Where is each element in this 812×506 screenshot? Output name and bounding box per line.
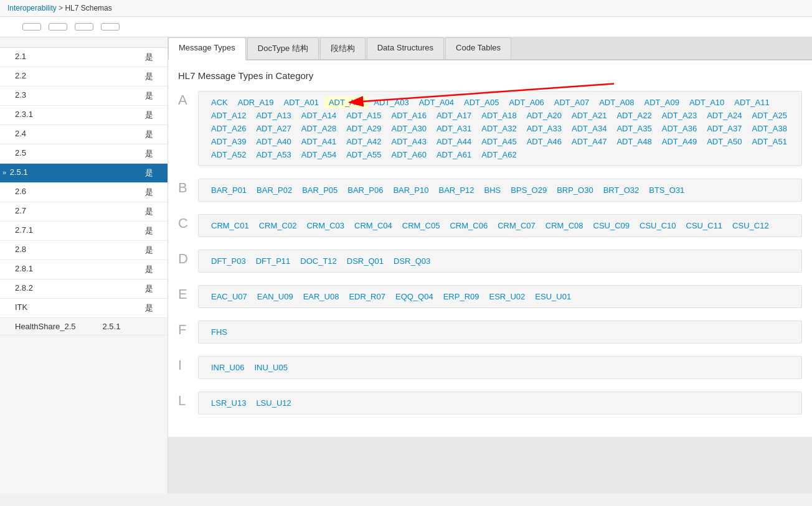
- message-type-link[interactable]: EDR_R07: [344, 291, 390, 302]
- message-type-link[interactable]: FHS: [206, 326, 232, 338]
- message-type-link[interactable]: ADT_A51: [747, 136, 792, 148]
- message-type-link[interactable]: CSU_C09: [588, 220, 635, 232]
- message-type-link[interactable]: CRM_C05: [397, 220, 445, 232]
- message-type-link[interactable]: ADT_A55: [341, 149, 386, 161]
- message-type-link[interactable]: ADT_A40: [251, 136, 296, 148]
- message-type-link[interactable]: EAR_U08: [298, 291, 344, 302]
- message-type-link[interactable]: DFT_P11: [251, 255, 296, 267]
- message-type-link[interactable]: ADT_A17: [432, 110, 476, 121]
- message-type-link[interactable]: ADT_A34: [567, 123, 611, 134]
- message-type-link[interactable]: ADT_A36: [657, 123, 702, 134]
- message-type-link[interactable]: ADT_A02: [324, 96, 369, 108]
- message-type-link[interactable]: ADT_A61: [432, 149, 476, 161]
- sidebar-row[interactable]: 2.8.1是: [0, 260, 168, 279]
- message-type-link[interactable]: ADT_A30: [387, 123, 432, 134]
- export-button[interactable]: [75, 23, 93, 30]
- message-type-link[interactable]: CRM_C02: [254, 220, 302, 232]
- message-type-link[interactable]: BPS_O29: [506, 184, 552, 196]
- message-type-link[interactable]: ADT_A38: [747, 123, 792, 134]
- message-type-link[interactable]: ADT_A15: [341, 110, 386, 121]
- sidebar-row[interactable]: » 2.5.1是: [0, 164, 168, 183]
- message-type-link[interactable]: ADT_A01: [279, 96, 324, 108]
- message-type-link[interactable]: BRP_O30: [552, 184, 598, 196]
- message-type-link[interactable]: BAR_P10: [388, 184, 433, 196]
- sidebar-row[interactable]: 2.1是: [0, 48, 168, 67]
- message-type-link[interactable]: ADT_A45: [476, 136, 521, 148]
- message-type-link[interactable]: BHS: [479, 184, 506, 196]
- message-type-link[interactable]: ADT_A28: [296, 123, 341, 134]
- message-type-link[interactable]: BTS_O31: [644, 184, 689, 196]
- message-type-link[interactable]: ESR_U02: [484, 291, 530, 302]
- message-type-link[interactable]: ERP_R09: [438, 291, 484, 302]
- message-type-link[interactable]: CRM_C01: [206, 220, 254, 232]
- message-type-link[interactable]: LSU_U12: [251, 397, 296, 409]
- message-type-link[interactable]: ADT_A08: [594, 96, 639, 108]
- message-type-link[interactable]: ADT_A12: [206, 110, 251, 121]
- message-type-link[interactable]: CRM_C04: [349, 220, 397, 232]
- message-type-link[interactable]: CSU_C11: [681, 220, 728, 232]
- message-type-link[interactable]: ADT_A43: [387, 136, 432, 148]
- message-type-link[interactable]: ADT_A62: [476, 149, 521, 161]
- message-type-link[interactable]: ADT_A39: [206, 136, 251, 148]
- message-type-link[interactable]: ADT_A29: [341, 123, 386, 134]
- message-type-link[interactable]: EAC_U07: [206, 291, 252, 302]
- message-type-link[interactable]: ADT_A54: [296, 149, 341, 161]
- message-type-link[interactable]: ADT_A31: [432, 123, 476, 134]
- message-type-link[interactable]: ADT_A14: [296, 110, 341, 121]
- message-type-link[interactable]: ADT_A52: [206, 149, 251, 161]
- message-type-link[interactable]: BAR_P02: [252, 184, 297, 196]
- message-type-link[interactable]: ADT_A47: [567, 136, 611, 148]
- message-type-link[interactable]: ADT_A10: [684, 96, 729, 108]
- tab-code-tables[interactable]: Code Tables: [445, 37, 511, 59]
- message-type-link[interactable]: ADT_A26: [206, 123, 251, 134]
- message-type-link[interactable]: ADR_A19: [233, 96, 279, 108]
- message-type-link[interactable]: ADT_A13: [251, 110, 296, 121]
- tab-data-structures[interactable]: Data Structures: [367, 37, 444, 59]
- message-type-link[interactable]: DOC_T12: [295, 255, 342, 267]
- new-button[interactable]: [22, 23, 41, 30]
- message-type-link[interactable]: ADT_A35: [611, 123, 656, 134]
- sidebar-row[interactable]: 2.7是: [0, 202, 168, 222]
- message-type-link[interactable]: CRM_C03: [301, 220, 349, 232]
- message-type-link[interactable]: EAN_U09: [252, 291, 298, 302]
- sidebar-row[interactable]: 2.2是: [0, 67, 168, 87]
- sidebar-row[interactable]: 2.6是: [0, 183, 168, 202]
- message-type-link[interactable]: CSU_C10: [635, 220, 681, 232]
- message-type-link[interactable]: DFT_P03: [206, 255, 251, 267]
- sidebar-row[interactable]: 2.4是: [0, 125, 168, 144]
- message-type-link[interactable]: BAR_P12: [433, 184, 479, 196]
- sidebar-row[interactable]: 2.8.2是: [0, 279, 168, 299]
- import-button[interactable]: [49, 23, 67, 30]
- message-type-link[interactable]: DSR_Q03: [389, 255, 435, 267]
- message-type-link[interactable]: ADT_A32: [476, 123, 521, 134]
- message-type-link[interactable]: CRM_C07: [493, 220, 541, 232]
- message-type-link[interactable]: ADT_A22: [611, 110, 656, 121]
- sidebar-row[interactable]: 2.3是: [0, 87, 168, 106]
- message-type-link[interactable]: EQQ_Q04: [390, 291, 438, 302]
- message-type-link[interactable]: ADT_A06: [504, 96, 549, 108]
- message-type-link[interactable]: CRM_C08: [541, 220, 588, 232]
- message-type-link[interactable]: ADT_A21: [567, 110, 611, 121]
- message-type-link[interactable]: ADT_A33: [522, 123, 567, 134]
- message-type-link[interactable]: ADT_A37: [702, 123, 747, 134]
- message-type-link[interactable]: BRT_O32: [598, 184, 644, 196]
- message-type-link[interactable]: ADT_A41: [296, 136, 341, 148]
- tab-doctype[interactable]: DocType 结构: [247, 37, 319, 59]
- message-type-link[interactable]: ADT_A49: [657, 136, 702, 148]
- message-type-link[interactable]: ADT_A05: [459, 96, 504, 108]
- sidebar-row[interactable]: ITK是: [0, 299, 168, 318]
- message-type-link[interactable]: ADT_A20: [522, 110, 567, 121]
- message-type-link[interactable]: ADT_A16: [387, 110, 432, 121]
- message-type-link[interactable]: BAR_P01: [206, 184, 252, 196]
- tab-segment[interactable]: 段结构: [320, 37, 366, 59]
- sidebar-row[interactable]: HealthShare_2.52.5.1: [0, 318, 168, 335]
- message-type-link[interactable]: ESU_U01: [530, 291, 576, 302]
- message-type-link[interactable]: ADT_A50: [702, 136, 747, 148]
- message-type-link[interactable]: INU_U05: [249, 362, 292, 373]
- breadcrumb-interoperability[interactable]: Interoperability: [7, 4, 57, 12]
- sidebar-row[interactable]: 2.3.1是: [0, 106, 168, 125]
- message-type-link[interactable]: BAR_P06: [342, 184, 388, 196]
- message-type-link[interactable]: ADT_A42: [341, 136, 386, 148]
- sidebar-row[interactable]: 2.5是: [0, 144, 168, 164]
- message-type-link[interactable]: ADT_A24: [702, 110, 747, 121]
